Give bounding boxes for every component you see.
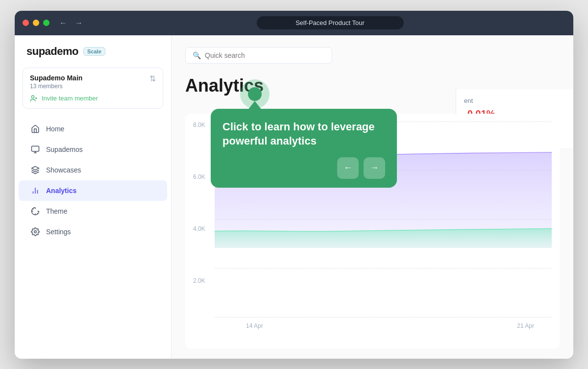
settings-icon (30, 227, 40, 237)
close-button[interactable] (23, 20, 29, 26)
workspace-name: Supademo Main (30, 74, 82, 82)
main-content: 🔍 Analytics Click to learn how to levera… (172, 35, 573, 359)
svg-marker-6 (32, 166, 39, 170)
sidebar-item-home-label: Home (46, 125, 64, 133)
y-label-6k: 6.0K (193, 173, 205, 180)
home-icon (30, 124, 40, 134)
showcases-icon (30, 165, 40, 175)
analytics-icon (30, 186, 40, 196)
sidebar: supademo Scale Supademo Main 13 members … (15, 35, 172, 359)
tooltip-dot (248, 87, 262, 101)
logo-text: supademo (26, 45, 78, 58)
sidebar-item-analytics[interactable]: Analytics (19, 180, 167, 201)
sidebar-item-settings[interactable]: Settings (19, 221, 167, 242)
search-bar: 🔍 (185, 47, 332, 64)
svg-point-10 (34, 230, 37, 233)
y-label-2k: 2.0K (193, 277, 205, 284)
supademos-icon (30, 145, 40, 154)
search-icon: 🔍 (193, 51, 201, 59)
chart-y-axis: 8.0K 6.0K 4.0K 2.0K (193, 122, 205, 329)
tooltip-prev-button[interactable]: ← (337, 157, 359, 179)
scale-badge: Scale (83, 47, 105, 56)
chart-x-axis: 14 Apr 21 Apr (236, 322, 544, 329)
browser-window: ← → Self-Paced Product Tour supademo Sca… (15, 11, 573, 359)
minimize-button[interactable] (33, 20, 39, 26)
x-label-14apr: 14 Apr (246, 322, 263, 329)
browser-nav-arrows: ← → (57, 18, 85, 28)
tooltip-overlay: Click to learn how to leverage powerful … (211, 84, 397, 188)
browser-body: supademo Scale Supademo Main 13 members … (15, 35, 573, 359)
sidebar-item-theme-label: Theme (46, 207, 68, 215)
tooltip-box: Click to learn how to leverage powerful … (211, 109, 397, 188)
workspace-header: Supademo Main 13 members ⇅ (30, 74, 156, 90)
sidebar-item-analytics-label: Analytics (46, 187, 76, 195)
sidebar-item-showcases-label: Showcases (46, 166, 81, 174)
sidebar-item-showcases[interactable]: Showcases (19, 160, 167, 180)
workspace-chevron-icon[interactable]: ⇅ (149, 74, 156, 83)
tooltip-text: Click to learn how to leverage powerful … (222, 120, 385, 148)
sidebar-item-settings-label: Settings (46, 228, 71, 236)
workspace-card[interactable]: Supademo Main 13 members ⇅ Invite team m… (23, 68, 163, 109)
gridline-5 (215, 317, 552, 318)
back-button[interactable]: ← (57, 18, 69, 28)
workspace-members: 13 members (30, 83, 82, 90)
x-label-21apr: 21 Apr (517, 322, 534, 329)
tooltip-next-button[interactable]: → (364, 157, 385, 179)
svg-rect-3 (32, 146, 39, 151)
svg-point-0 (31, 96, 34, 98)
forward-button[interactable]: → (73, 18, 85, 28)
sidebar-item-supademos[interactable]: Supademos (19, 139, 167, 160)
url-bar: Self-Paced Product Tour (95, 16, 565, 29)
traffic-lights (23, 20, 49, 26)
user-plus-icon (30, 95, 38, 102)
partial-panel-label: ent (464, 97, 565, 104)
y-label-4k: 4.0K (193, 225, 205, 232)
invite-label: Invite team member (42, 95, 98, 102)
sidebar-item-supademos-label: Supademos (46, 146, 83, 153)
sidebar-nav: Home Supademos (15, 117, 171, 349)
tooltip-arrow (248, 101, 262, 110)
browser-titlebar: ← → Self-Paced Product Tour (15, 11, 573, 35)
workspace-info: Supademo Main 13 members (30, 74, 82, 90)
sidebar-logo-area: supademo Scale (15, 45, 171, 68)
theme-icon (30, 206, 40, 216)
y-label-8k: 8.0K (193, 122, 205, 128)
search-input[interactable] (205, 51, 325, 59)
maximize-button[interactable] (43, 20, 49, 26)
tooltip-navigation: ← → (222, 157, 385, 179)
invite-team-member-button[interactable]: Invite team member (30, 95, 98, 102)
sidebar-item-home[interactable]: Home (19, 119, 167, 139)
gridline-4 (215, 268, 552, 269)
sidebar-item-theme[interactable]: Theme (19, 201, 167, 221)
url-pill: Self-Paced Product Tour (257, 16, 404, 29)
